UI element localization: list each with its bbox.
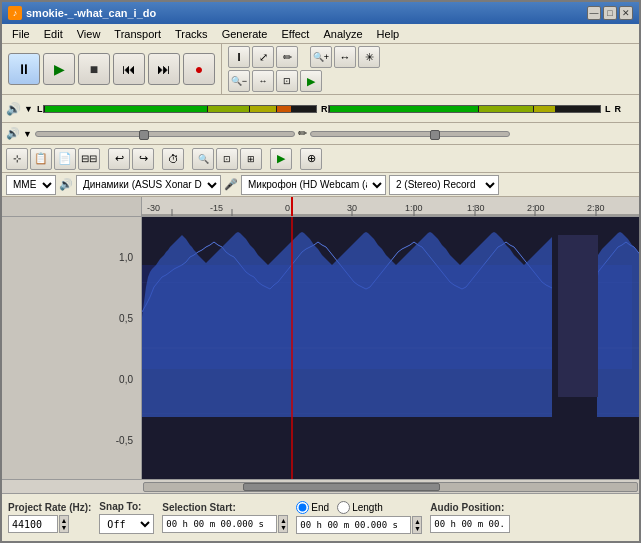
multi-tool[interactable]: ✳ [358,46,380,68]
timeline-svg: -30 -15 0 30 1:00 1:30 2:00 2:30 3:00 [142,197,639,216]
zoom1-icon: 🔍 [198,154,209,164]
edit-tool1[interactable]: 📋 [30,148,52,170]
length-option[interactable]: Length [337,501,383,514]
menu-help[interactable]: Help [371,27,406,41]
minimize-button[interactable]: — [587,6,601,20]
svg-rect-27 [558,235,598,397]
h-scrollbar[interactable] [2,479,639,493]
zoom-tool2[interactable]: ⊡ [216,148,238,170]
menu-generate[interactable]: Generate [216,27,274,41]
play-green[interactable]: ▶ [300,70,322,92]
zoom-out-tool[interactable]: 🔍− [228,70,250,92]
redo-button[interactable]: ↪ [132,148,154,170]
zoom-fit-tool[interactable]: ↔ [252,70,274,92]
envelope-tool[interactable]: ⤢ [252,46,274,68]
close-button[interactable]: ✕ [619,6,633,20]
play2-icon: ▶ [277,152,285,165]
vol-arrow: ▼ [23,129,32,139]
end-label: End [311,502,329,513]
snap-input: Off [99,514,154,534]
api-select[interactable]: MME [6,175,56,195]
zoom-in-tool[interactable]: 🔍+ [310,46,332,68]
sync-tool[interactable]: ⏱ [162,148,184,170]
l-label2: L [605,104,611,114]
end-option[interactable]: End [296,501,329,514]
menu-file[interactable]: File [6,27,36,41]
waveform-svg [142,217,639,479]
end-radio[interactable] [296,501,309,514]
maximize-button[interactable]: □ [603,6,617,20]
app-icon: ♪ [8,6,22,20]
trim-tool[interactable]: ⊟⊟ [78,148,100,170]
record-device-select[interactable]: Микрофон (HD Webcam (audi [241,175,386,195]
pause-button[interactable]: ⏸ [8,53,40,85]
zoom-out-icon: 🔍− [231,76,247,86]
selection-start-input: ▲▼ [162,515,288,533]
zoom-sel-tool[interactable]: ⊡ [276,70,298,92]
length-radio[interactable] [337,501,350,514]
menu-effect[interactable]: Effect [276,27,316,41]
end-length-radio: End Length [296,501,422,514]
svg-text:-15: -15 [210,203,223,213]
end-value-field[interactable] [296,516,411,534]
scrollbar-thumb[interactable] [243,483,440,491]
selector-tool2[interactable]: ⊹ [6,148,28,170]
l-label: L [37,104,43,114]
snap-select[interactable]: Off [99,514,154,534]
zoom-in-icon: 🔍+ [313,52,329,62]
play-tool[interactable]: ▶ [270,148,292,170]
undo-button[interactable]: ↩ [108,148,130,170]
end-value-input: ▲▼ [296,516,422,534]
end-length-group: End Length ▲▼ [296,501,422,534]
volume-slider-thumb[interactable] [139,130,149,140]
menu-edit[interactable]: Edit [38,27,69,41]
play-icon: ▶ [54,61,65,77]
edit1-icon: 📋 [34,152,48,165]
play-green-icon: ▶ [307,75,315,88]
scrollbar-track[interactable] [143,482,638,492]
snap-group: Snap To: Off [99,501,154,534]
selection-icon: I [237,51,240,63]
record-button[interactable]: ● [183,53,215,85]
selection-tool[interactable]: I [228,46,250,68]
selection-start-group: Selection Start: ▲▼ [162,502,288,533]
end-spinner[interactable]: ▲▼ [412,516,422,534]
zoom2-icon: ⊡ [223,154,231,164]
svg-text:1:30: 1:30 [467,203,485,213]
zoom-tool1[interactable]: 🔍 [192,148,214,170]
track-label-panel: 1,0 0,5 0,0 -0,5 [2,217,142,479]
zoom-tool3[interactable]: ⊞ [240,148,262,170]
pencil-tool[interactable]: ✏ [276,46,298,68]
project-rate-label: Project Rate (Hz): [8,502,91,513]
project-rate-field[interactable] [8,515,58,533]
play-button[interactable]: ▶ [43,53,75,85]
channels-select[interactable]: 2 (Stereo) Record [389,175,499,195]
waveform-display [142,217,639,479]
edit-tool2[interactable]: 📄 [54,148,76,170]
audio-position-field[interactable] [430,515,510,533]
y-label-zero: 0,0 [119,374,133,385]
menu-bar: File Edit View Transport Tracks Generate… [2,24,639,44]
project-rate-group: Project Rate (Hz): ▲▼ [8,502,91,533]
audio-position-input [430,515,510,533]
menu-tracks[interactable]: Tracks [169,27,214,41]
menu-analyze[interactable]: Analyze [317,27,368,41]
forward-icon: ⏭ [157,61,171,77]
timeshift-tool[interactable]: ↔ [334,46,356,68]
playback-device-select[interactable]: Динамики (ASUS Xonar DGX A [76,175,221,195]
menu-view[interactable]: View [71,27,107,41]
pencil-icon: ✏ [283,51,292,64]
menu-transport[interactable]: Transport [108,27,167,41]
rewind-button[interactable]: ⏮ [113,53,145,85]
selection-start-field[interactable] [162,515,277,533]
stop-button[interactable]: ■ [78,53,110,85]
project-rate-spinner[interactable]: ▲▼ [59,515,69,533]
sel-start-spinner[interactable]: ▲▼ [278,515,288,533]
undo-icon: ↩ [115,152,124,165]
edit2-icon: 📄 [58,152,72,165]
input-slider-thumb[interactable] [430,130,440,140]
forward-button[interactable]: ⏭ [148,53,180,85]
device-row: MME 🔊 Динамики (ASUS Xonar DGX A 🎤 Микро… [2,173,639,197]
extra-tool1[interactable]: ⊕ [300,148,322,170]
snap-label: Snap To: [99,501,154,512]
